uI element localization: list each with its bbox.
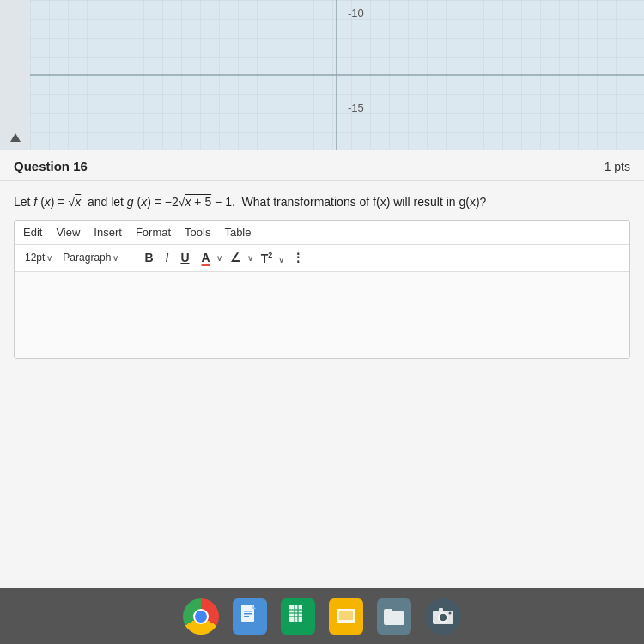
taskbar-drive-icon[interactable] xyxy=(377,598,411,635)
question-container: Question 16 1 pts Let f (x) = √x and let… xyxy=(0,150,644,588)
graph-arrow-up-icon[interactable] xyxy=(10,133,21,142)
question-pts: 1 pts xyxy=(605,160,630,173)
question-body: Let f (x) = √x and let g (x) = −2√x + 5 … xyxy=(0,181,644,220)
underline-button[interactable]: U xyxy=(176,249,193,266)
graph-grid: -10 -15 xyxy=(30,0,644,150)
svg-point-23 xyxy=(449,611,452,614)
question-header: Question 16 1 pts xyxy=(0,150,644,181)
font-size-select[interactable]: 12pt ∨ xyxy=(21,250,56,265)
paragraph-label: Paragraph xyxy=(63,252,111,264)
editor-menubar: Edit View Insert Format Tools Table xyxy=(15,221,629,245)
question-text: Let f (x) = √x and let g (x) = −2√x + 5 … xyxy=(14,195,486,209)
bold-button[interactable]: B xyxy=(140,249,157,266)
highlight-button[interactable]: ∠ xyxy=(226,249,246,266)
svg-rect-8 xyxy=(244,613,252,615)
svg-rect-9 xyxy=(244,616,249,617)
superscript-group: T2 ∨ xyxy=(257,249,285,267)
font-color-chevron[interactable]: ∨ xyxy=(216,253,222,263)
paragraph-chevron: ∨ xyxy=(112,253,118,263)
font-color-group: A ∨ xyxy=(197,249,222,266)
svg-point-21 xyxy=(440,615,446,620)
superscript-button[interactable]: T2 xyxy=(257,249,277,267)
font-color-button[interactable]: A xyxy=(197,249,215,266)
question-title: Question 16 xyxy=(14,159,88,173)
taskbar xyxy=(0,588,644,644)
highlight-chevron[interactable]: ∨ xyxy=(247,253,253,263)
highlight-group: ∠ ∨ xyxy=(226,249,253,266)
more-options-button[interactable]: ⋮ xyxy=(288,249,308,266)
toolbar-divider-1 xyxy=(131,249,131,266)
editor-toolbar: 12pt ∨ Paragraph ∨ B I U A ∨ ∠ ∨ xyxy=(15,245,629,272)
svg-rect-18 xyxy=(339,611,353,620)
graph-left-panel xyxy=(0,0,30,150)
svg-rect-7 xyxy=(244,611,252,612)
svg-rect-22 xyxy=(439,608,443,611)
taskbar-slides-icon[interactable] xyxy=(329,598,363,635)
taskbar-camera-icon[interactable] xyxy=(425,598,461,635)
italic-button[interactable]: I xyxy=(161,249,173,266)
font-size-label: 12pt xyxy=(25,252,45,264)
menu-tools[interactable]: Tools xyxy=(185,226,210,239)
paragraph-style-select[interactable]: Paragraph ∨ xyxy=(59,250,122,265)
menu-view[interactable]: View xyxy=(56,226,80,239)
menu-edit[interactable]: Edit xyxy=(23,226,42,239)
editor-content[interactable] xyxy=(15,272,629,358)
taskbar-docs-icon[interactable] xyxy=(233,598,267,635)
taskbar-chrome-icon[interactable] xyxy=(183,598,219,635)
superscript-chevron[interactable]: ∨ xyxy=(278,255,284,264)
graph-area: -10 -15 xyxy=(0,0,644,150)
menu-insert[interactable]: Insert xyxy=(94,226,122,239)
svg-text:-15: -15 xyxy=(348,101,364,114)
menu-table[interactable]: Table xyxy=(224,226,251,239)
svg-text:-10: -10 xyxy=(348,7,364,20)
menu-format[interactable]: Format xyxy=(136,226,171,239)
taskbar-sheets-icon[interactable] xyxy=(281,598,315,635)
editor-area: Edit View Insert Format Tools Table 12pt… xyxy=(14,220,630,359)
screen: -10 -15 Question 16 1 pts Let f (x) = √x… xyxy=(0,0,644,644)
font-size-chevron: ∨ xyxy=(46,253,52,263)
